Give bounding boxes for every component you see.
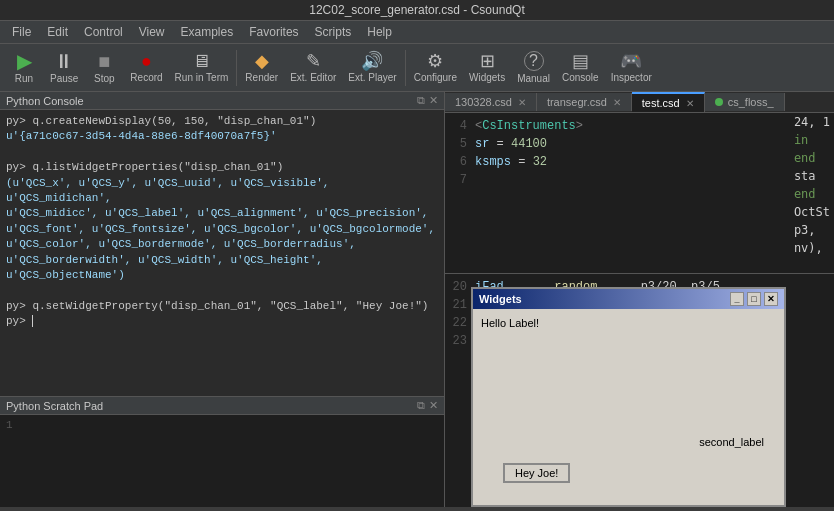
run-icon: ▶ (17, 51, 32, 71)
toolbar: ▶ Run ⏸ Pause ■ Stop ● Record 🖥 Run in T… (0, 44, 834, 92)
menu-bar: File Edit Control View Examples Favorite… (0, 21, 834, 44)
menu-file[interactable]: File (4, 23, 39, 41)
console-line-4: (u'QCS_x', u'QCS_y', u'QCS_uuid', u'QCS_… (6, 176, 438, 207)
toolbar-separator-1 (236, 50, 237, 86)
record-button[interactable]: ● Record (124, 50, 168, 85)
widgets-maximize-button[interactable]: □ (747, 292, 761, 306)
tabs-bar: 130328.csd ✕ transegr.csd ✕ test.csd ✕ c… (445, 92, 834, 113)
console-blank-2 (6, 283, 438, 298)
widgets-minimize-button[interactable]: _ (730, 292, 744, 306)
scratch-content[interactable]: 1 (0, 415, 444, 507)
tab-test-label: test.csd (642, 97, 680, 109)
tab-130328[interactable]: 130328.csd ✕ (445, 93, 537, 111)
menu-help[interactable]: Help (359, 23, 400, 41)
scratch-pad-title: Python Scratch Pad (6, 400, 103, 412)
console-close-icon[interactable]: ✕ (429, 94, 438, 107)
widgets-title-bar: Widgets _ □ ✕ (473, 289, 784, 309)
render-button[interactable]: ◆ Render (239, 50, 284, 85)
widgets-panel-title: Widgets (479, 293, 522, 305)
run-button[interactable]: ▶ Run (4, 49, 44, 86)
menu-view[interactable]: View (131, 23, 173, 41)
widgets-body: Hello Label! second_label Hey Joe! (473, 309, 784, 503)
console-line-1: py> q.createNewDisplay(50, 150, "disp_ch… (6, 114, 438, 129)
widgets-close-button[interactable]: ✕ (764, 292, 778, 306)
title-bar: 12C02_score_generator.csd - CsoundQt (0, 0, 834, 21)
widgets-title-icons: _ □ ✕ (730, 292, 778, 306)
code-line-5: 5 sr = 44100 (445, 135, 834, 153)
scratch-pad-header: Python Scratch Pad ⧉ ✕ (0, 397, 444, 415)
inspector-icon: 🎮 (620, 52, 642, 70)
pause-button[interactable]: ⏸ Pause (44, 49, 84, 86)
stop-button[interactable]: ■ Stop (84, 49, 124, 86)
console-line-6: u'QCS_font', u'QCS_fontsize', u'QCS_bgco… (6, 222, 438, 237)
configure-button[interactable]: ⚙ Configure (408, 50, 463, 85)
tab-cs-floss-dot (715, 98, 723, 106)
menu-favorites[interactable]: Favorites (241, 23, 306, 41)
pause-icon: ⏸ (54, 51, 74, 71)
code-line-7: 7 (445, 171, 834, 189)
console-icon: ▤ (572, 52, 589, 70)
manual-icon: ? (524, 51, 544, 71)
menu-scripts[interactable]: Scripts (307, 23, 360, 41)
scratch-restore-icon[interactable]: ⧉ (417, 399, 425, 412)
tab-130328-label: 130328.csd (455, 96, 512, 108)
inspector-button[interactable]: 🎮 Inspector (605, 50, 658, 85)
tab-test-close[interactable]: ✕ (686, 98, 694, 109)
tab-test[interactable]: test.csd ✕ (632, 92, 705, 112)
menu-examples[interactable]: Examples (173, 23, 242, 41)
tab-cs-floss-label: cs_floss_ (728, 96, 774, 108)
ext-player-icon: 🔊 (361, 52, 383, 70)
hello-label: Hello Label! (481, 317, 539, 329)
python-console-header: Python Console ⧉ ✕ (0, 92, 444, 110)
console-blank-1 (6, 145, 438, 160)
hey-joe-button[interactable]: Hey Joe! (503, 463, 570, 483)
python-console-title: Python Console (6, 95, 84, 107)
python-console: Python Console ⧉ ✕ py> q.createNewDispla… (0, 92, 444, 397)
scratch-close-icon[interactable]: ✕ (429, 399, 438, 412)
widgets-icon: ⊞ (480, 52, 495, 70)
stop-icon: ■ (98, 51, 110, 71)
console-line-9: py> q.setWidgetProperty("disp_chan_01", … (6, 299, 438, 314)
console-restore-icon[interactable]: ⧉ (417, 94, 425, 107)
scratch-editor[interactable] (21, 419, 438, 503)
scratch-pad: Python Scratch Pad ⧉ ✕ 1 (0, 397, 444, 507)
tab-transegr-label: transegr.csd (547, 96, 607, 108)
toolbar-separator-2 (405, 50, 406, 86)
scratch-line-numbers: 1 (6, 419, 21, 503)
record-icon: ● (141, 52, 152, 70)
console-line-2: u'{a71c0c67-3d54-4d4a-88e6-8df40070a7f5}… (6, 129, 438, 144)
code-line-6: 6 ksmps = 32 (445, 153, 834, 171)
console-line-8: u'QCS_borderwidth', u'QCS_width', u'QCS_… (6, 253, 438, 284)
menu-control[interactable]: Control (76, 23, 131, 41)
widgets-button[interactable]: ⊞ Widgets (463, 50, 511, 85)
code-editor[interactable]: 4 <CsInstruments> 5 sr = 44100 6 ksmps =… (445, 113, 834, 273)
console-output[interactable]: py> q.createNewDisplay(50, 150, "disp_ch… (0, 110, 444, 396)
manual-button[interactable]: ? Manual (511, 49, 556, 86)
configure-icon: ⚙ (427, 52, 443, 70)
title-text: 12C02_score_generator.csd - CsoundQt (309, 3, 524, 17)
widgets-panel: Widgets _ □ ✕ Hello Label! second_label … (471, 287, 786, 507)
left-panel: Python Console ⧉ ✕ py> q.createNewDispla… (0, 92, 445, 507)
tab-130328-close[interactable]: ✕ (518, 97, 526, 108)
ext-player-button[interactable]: 🔊 Ext. Player (342, 50, 402, 85)
code-line-4: 4 <CsInstruments> (445, 117, 834, 135)
menu-edit[interactable]: Edit (39, 23, 76, 41)
render-icon: ◆ (255, 52, 269, 70)
scratch-header-icons: ⧉ ✕ (417, 399, 438, 412)
main-content: Python Console ⧉ ✕ py> q.createNewDispla… (0, 92, 834, 507)
panel-header-icons: ⧉ ✕ (417, 94, 438, 107)
ext-editor-button[interactable]: ✎ Ext. Editor (284, 50, 342, 85)
tab-transegr[interactable]: transegr.csd ✕ (537, 93, 632, 111)
tab-cs-floss[interactable]: cs_floss_ (705, 93, 785, 111)
console-line-3: py> q.listWidgetProperties("disp_chan_01… (6, 160, 438, 175)
terminal-icon: 🖥 (192, 52, 210, 70)
run-in-term-button[interactable]: 🖥 Run in Term (169, 50, 235, 85)
tab-transegr-close[interactable]: ✕ (613, 97, 621, 108)
console-line-10: py> (6, 314, 438, 329)
console-line-7: u'QCS_color', u'QCS_bordermode', u'QCS_b… (6, 237, 438, 252)
console-button[interactable]: ▤ Console (556, 50, 605, 85)
second-label: second_label (699, 436, 764, 448)
console-line-5: u'QCS_midicc', u'QCS_label', u'QCS_align… (6, 206, 438, 221)
ext-editor-icon: ✎ (306, 52, 321, 70)
